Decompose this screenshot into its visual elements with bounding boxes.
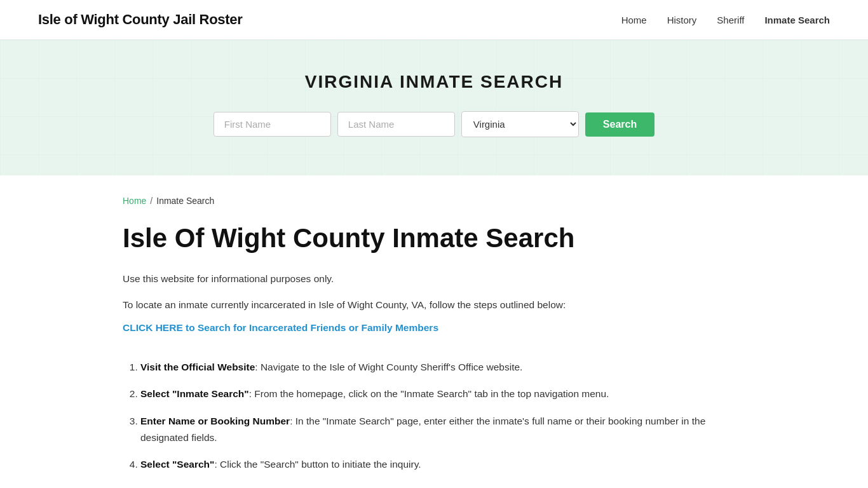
nav-inmate-search[interactable]: Inmate Search [764, 15, 830, 25]
instruction-item: Visit the Official Website: Navigate to … [140, 359, 745, 376]
instruction-item: Select "Inmate Search": From the homepag… [140, 386, 745, 402]
instruction-rest: : Click the "Search" button to initiate … [214, 459, 421, 470]
main-nav: Home History Sheriff Inmate Search [621, 15, 830, 25]
instruction-bold: Enter Name or Booking Number [140, 416, 290, 426]
site-header: Isle of Wight County Jail Roster Home Hi… [0, 0, 868, 40]
instruction-rest: : From the homepage, click on the "Inmat… [249, 388, 609, 399]
breadcrumb-current: Inmate Search [156, 196, 214, 206]
hero-banner: VIRGINIA INMATE SEARCH VirginiaAlabamaAl… [0, 40, 868, 175]
intro-paragraph-2: To locate an inmate currently incarcerat… [123, 297, 745, 313]
site-title: Isle of Wight County Jail Roster [38, 11, 242, 28]
last-name-input[interactable] [337, 112, 455, 137]
nav-sheriff[interactable]: Sheriff [717, 15, 744, 25]
instruction-rest: : Navigate to the Isle of Wight County S… [255, 362, 522, 372]
first-name-input[interactable] [214, 112, 331, 137]
click-here-link[interactable]: CLICK HERE to Search for Incarcerated Fr… [123, 322, 438, 334]
instruction-item: Select "Search": Click the "Search" butt… [140, 456, 745, 473]
instruction-bold: Select "Search" [140, 459, 214, 470]
breadcrumb: Home / Inmate Search [123, 196, 745, 206]
instruction-item: Enter Name or Booking Number: In the "In… [140, 413, 745, 447]
hero-heading: VIRGINIA INMATE SEARCH [0, 72, 868, 92]
nav-home[interactable]: Home [621, 15, 647, 25]
main-content: Home / Inmate Search Isle Of Wight Count… [85, 175, 783, 488]
instructions-list: Visit the Official Website: Navigate to … [123, 359, 745, 473]
search-form: VirginiaAlabamaAlaskaArizonaArkansasCali… [0, 111, 868, 137]
state-select[interactable]: VirginiaAlabamaAlaskaArizonaArkansasCali… [461, 111, 579, 137]
instruction-bold: Select "Inmate Search" [140, 388, 249, 399]
instruction-bold: Visit the Official Website [140, 362, 255, 372]
nav-history[interactable]: History [667, 15, 697, 25]
breadcrumb-home[interactable]: Home [123, 196, 146, 206]
search-button[interactable]: Search [585, 112, 654, 137]
breadcrumb-separator: / [150, 196, 153, 206]
page-title: Isle Of Wight County Inmate Search [123, 224, 745, 253]
intro-paragraph-1: Use this website for informational purpo… [123, 271, 745, 287]
